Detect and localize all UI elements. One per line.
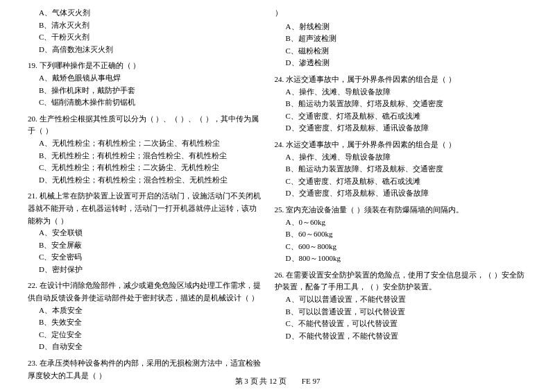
q20-title: 20. 生产性粉尘根据其性质可以分为（ ）、（ ）、（ ），其中传为属于（ ）: [28, 113, 261, 137]
q22-d: D、自动安全: [28, 341, 261, 353]
option-d: D、高倍数泡沫灭火剂: [28, 44, 261, 56]
q19-b: B、操作机床时，戴防护手套: [28, 85, 261, 97]
q20-b: B、无机性粉尘；有机性粉尘；混合性粉尘、有机性粉尘: [28, 150, 261, 162]
option-b: B、清水灭火剂: [28, 19, 261, 32]
q19-a: A、戴矫色眼镜从事电焊: [28, 72, 261, 85]
paren-close: ）: [275, 7, 527, 19]
option-c: C、干粉灭火剂: [28, 31, 261, 44]
q25-b: B、船运动力装置故障、灯塔及航标、交通密度: [275, 163, 527, 176]
q27-d: D、不能代替设置，不能代替设置: [275, 330, 527, 343]
q23-b: B、超声波检测: [275, 33, 527, 45]
question-26: 25. 室内充油设备油量（ ）须装在有防爆隔墙的间隔内。 A、0～60kg B、…: [275, 204, 527, 265]
q25-title: 24. 水运交通事故中，属于外界条件因素的组合是（ ）: [275, 139, 527, 151]
q19-title: 19. 下列哪种操作是不正确的（ ）: [28, 60, 261, 72]
q27-title: 26. 在需要设置安全防护装置的危险点，使用了安全信息提示，（ ）安全防护装置，…: [275, 269, 527, 293]
q27-b: B、可以以普通设置，可以代替设置: [275, 306, 527, 318]
q22-title: 22. 在设计中消除危险部件，减少或避免危险区域内处理工作需求，提供自动反馈设备…: [28, 280, 261, 304]
question-21: 21. 机械上常在防护装置上设置可开启的活动门，设施活动门不关闭机器就不能开动，…: [28, 190, 261, 275]
prev-options: A、气体灭火剂 B、清水灭火剂 C、干粉灭火剂 D、高倍数泡沫灭火剂: [28, 7, 261, 56]
q25-c: C、交通密度、灯塔及航标、礁石或浅滩: [275, 176, 527, 188]
q26-c: C、600～800kg: [275, 241, 527, 253]
q27-a: A、可以以普通设置，不能代替设置: [275, 293, 527, 306]
q27-c: C、不能代替设置，可以代替设置: [275, 318, 527, 330]
right-column: ） A、射线检测 B、超声波检测 C、磁粉检测 D、渗透检测 24. 水运交通事…: [268, 7, 527, 386]
q22-c: C、定位安全: [28, 329, 261, 341]
q24-c: C、交通密度、灯塔及航标、礁石或浅滩: [275, 110, 527, 123]
q23-options: A、射线检测 B、超声波检测 C、磁粉检测 D、渗透检测: [275, 21, 527, 69]
q26-title: 25. 室内充油设备油量（ ）须装在有防爆隔墙的间隔内。: [275, 204, 527, 216]
q23-a: A、射线检测: [275, 21, 527, 33]
page-number: 第 3 页 共 12 页: [235, 377, 287, 385]
q21-title: 21. 机械上常在防护装置上设置可开启的活动门，设施活动门不关闭机器就不能开动，…: [28, 190, 261, 227]
q24-d: D、交通密度、灯塔及航标、通讯设备故障: [275, 122, 527, 135]
q21-b: B、安全屏蔽: [28, 239, 261, 252]
left-column: A、气体灭火剂 B、清水灭火剂 C、干粉灭火剂 D、高倍数泡沫灭火剂 19. 下…: [28, 7, 268, 386]
q20-c: C、无机性粉尘；有机性粉尘；二次扬尘、无机性粉尘: [28, 162, 261, 174]
q20-a: A、无机性粉尘；有机性粉尘；二次扬尘、有机性粉尘: [28, 137, 261, 150]
question-27: 26. 在需要设置安全防护装置的危险点，使用了安全信息提示，（ ）安全防护装置，…: [275, 269, 527, 343]
q25-a: A、操作、浅滩、导航设备故障: [275, 151, 527, 164]
question-22: 22. 在设计中消除危险部件，减少或避免危险区域内处理工作需求，提供自动反馈设备…: [28, 280, 261, 353]
q26-d: D、800～1000kg: [275, 253, 527, 265]
q24-b: B、船运动力装置故障、灯塔及航标、交通密度: [275, 98, 527, 110]
exam-code: FE 97: [302, 377, 321, 385]
q21-c: C、安全密码: [28, 251, 261, 264]
question-20: 20. 生产性粉尘根据其性质可以分为（ ）、（ ）、（ ），其中传为属于（ ） …: [28, 113, 261, 187]
q22-a: A、本质安全: [28, 305, 261, 317]
question-24: 24. 水运交通事故中，属于外界条件因素的组合是（ ） A、操作、浅滩、导航设备…: [275, 74, 527, 135]
question-25: 24. 水运交通事故中，属于外界条件因素的组合是（ ） A、操作、浅滩、导航设备…: [275, 139, 527, 200]
q26-a: A、0～60kg: [275, 216, 527, 229]
q21-d: D、密封保护: [28, 264, 261, 276]
q26-b: B、60～600kg: [275, 228, 527, 241]
question-19: 19. 下列哪种操作是不正确的（ ） A、戴矫色眼镜从事电焊 B、操作机床时，戴…: [28, 60, 261, 108]
page-footer: 第 3 页 共 12 页 FE 97: [0, 376, 555, 386]
q24-title: 24. 水运交通事故中，属于外界条件因素的组合是（ ）: [275, 74, 527, 86]
q22-b: B、失效安全: [28, 316, 261, 329]
q23-d: D、渗透检测: [275, 57, 527, 69]
q25-d: D、交通密度、灯塔及航标、通讯设备故障: [275, 187, 527, 200]
q24-a: A、操作、浅滩、导航设备故障: [275, 86, 527, 99]
q23-c: C、磁粉检测: [275, 45, 527, 58]
option-a: A、气体灭火剂: [28, 7, 261, 19]
q20-d: D、无机性粉尘；有机性粉尘；混合性粉尘、无机性粉尘: [28, 174, 261, 187]
exam-page: A、气体灭火剂 B、清水灭火剂 C、干粉灭火剂 D、高倍数泡沫灭火剂 19. 下…: [0, 0, 555, 392]
q19-c: C、锯削清脆木操作前切锯机: [28, 96, 261, 109]
main-content: A、气体灭火剂 B、清水灭火剂 C、干粉灭火剂 D、高倍数泡沫灭火剂 19. 下…: [28, 7, 527, 386]
q21-a: A、安全联锁: [28, 227, 261, 239]
